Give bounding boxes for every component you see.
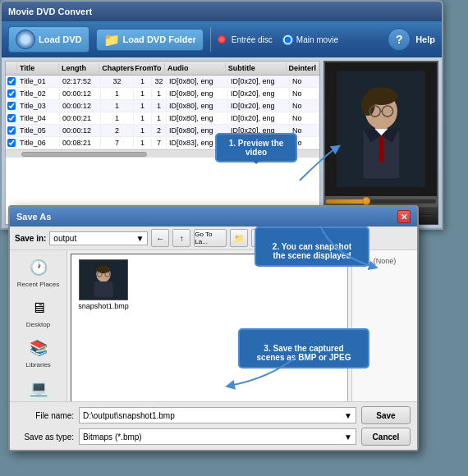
saveas-label: Save as type: — [16, 433, 74, 442]
video-screen — [323, 61, 438, 198]
filename-input[interactable]: D:\output\snapshot1.bmp ▼ — [79, 407, 356, 423]
sidebar-item-libraries[interactable]: 📚 Libraries — [14, 334, 63, 371]
dialog-title: Save As — [16, 212, 51, 222]
video-content — [337, 69, 426, 190]
th-title: Title — [17, 63, 59, 73]
dialog-bottom: File name: D:\output\snapshot1.bmp ▼ Sav… — [10, 401, 417, 450]
desktop-icon: 🖥 — [27, 296, 50, 319]
th-length: Length — [59, 63, 99, 73]
main-movie-radio[interactable] — [282, 34, 293, 45]
help-label: Help — [415, 34, 435, 44]
row-chapters: 1 — [101, 89, 134, 98]
svg-rect-16 — [94, 281, 112, 297]
row-chapters: 1 — [101, 101, 134, 111]
filename-row: File name: D:\output\snapshot1.bmp ▼ Sav… — [16, 406, 411, 424]
dropdown-arrow-icon: ▼ — [344, 433, 352, 442]
row-chapters: 2 — [101, 126, 134, 135]
saveas-value: Bitmaps (*.bmp) — [83, 433, 142, 442]
load-dvd-folder-label: Load DVD Folder — [123, 34, 196, 44]
dropdown-arrow-icon: ▼ — [344, 411, 352, 420]
annotation-save: 3. Save the captured scenes as BMP or JP… — [238, 328, 369, 368]
back-button[interactable]: ← — [151, 229, 169, 247]
table-row[interactable]: Title_04 00:00:21 1 1 1 ID[0x80], eng ID… — [6, 112, 319, 125]
save-button[interactable]: Save — [361, 406, 411, 424]
row-length: 00:00:12 — [60, 89, 101, 98]
row-subtitle: ID[0x20], eng — [228, 113, 290, 123]
row-to: 1 — [152, 101, 167, 111]
cancel-button[interactable]: Cancel — [361, 428, 411, 446]
table-row[interactable]: Title_03 00:00:12 1 1 1 ID[0x80], eng ID… — [6, 100, 319, 112]
row-title: Title_04 — [17, 113, 60, 123]
toolbar-radio-group: Entrée disc Main movie — [218, 34, 338, 45]
row-deinter: No — [290, 89, 319, 98]
sidebar-desktop-label: Desktop — [26, 321, 50, 328]
row-check[interactable] — [6, 126, 17, 135]
file-thumbnail — [79, 259, 128, 300]
row-from: 1 — [134, 113, 152, 123]
thumbnail-preview — [80, 259, 127, 300]
row-check[interactable] — [6, 101, 17, 111]
annotation-preview-video: 1. Preview the video — [215, 133, 297, 162]
row-chapters: 32 — [101, 76, 134, 86]
sidebar-libraries-label: Libraries — [25, 361, 51, 368]
app-title: Movie DVD Convert — [8, 7, 92, 16]
recent-places-icon: 🕐 — [27, 256, 50, 279]
load-dvd-folder-button[interactable]: 📁 Load DVD Folder — [96, 29, 204, 51]
folder-icon: 📁 — [103, 32, 120, 48]
up-button[interactable]: ↑ — [172, 229, 190, 247]
row-check[interactable] — [6, 76, 17, 86]
dvd-icon — [16, 30, 35, 49]
row-length: 02:17:52 — [60, 76, 101, 86]
go-to-last-button[interactable]: Go To La... — [194, 229, 227, 247]
load-dvd-button[interactable]: Load DVD — [8, 26, 89, 53]
th-to: To — [150, 63, 165, 73]
sidebar-item-desktop[interactable]: 🖥 Desktop — [14, 294, 63, 331]
row-subtitle: ID[0x20], eng — [228, 89, 290, 98]
saveas-type-select[interactable]: Bitmaps (*.bmp) ▼ — [79, 428, 356, 445]
row-chapters: 1 — [101, 113, 134, 123]
row-to: 1 — [152, 113, 167, 123]
table-row[interactable]: Title_02 00:00:12 1 1 1 ID[0x80], eng ID… — [6, 88, 319, 100]
save-in-dropdown[interactable]: output ▼ — [49, 231, 148, 245]
filename-label: File name: — [16, 411, 74, 420]
row-length: 00:00:12 — [60, 101, 101, 111]
row-title: Title_05 — [17, 126, 60, 135]
main-movie-label: Main movie — [296, 35, 338, 44]
video-progress-bar[interactable] — [326, 199, 436, 204]
row-from: 1 — [134, 76, 152, 86]
save-in-label: Save in: — [15, 234, 46, 243]
row-to: 32 — [152, 76, 167, 86]
row-length: 00:00:12 — [60, 126, 101, 135]
dropdown-arrow-icon: ▼ — [135, 234, 144, 243]
dialog-close-button[interactable]: ✕ — [397, 210, 411, 223]
th-subtitle: Subtitle — [226, 63, 287, 73]
table-row[interactable]: Title_01 02:17:52 32 1 32 ID[0x80], eng … — [6, 76, 319, 88]
new-folder-button[interactable]: 📁 — [230, 229, 248, 247]
row-from: 1 — [134, 138, 152, 148]
file-item-snapshot[interactable]: snapshot1.bmp — [75, 258, 132, 312]
sidebar-item-recent-places[interactable]: 🕐 Recent Places — [14, 254, 63, 291]
scroll-thumb[interactable] — [21, 152, 147, 157]
svg-point-6 — [360, 94, 374, 116]
row-deinter: No — [290, 113, 319, 123]
row-check[interactable] — [6, 89, 17, 98]
row-check[interactable] — [6, 138, 17, 148]
row-audio: ID[0x80], eng — [167, 113, 228, 123]
video-panel: ▶ ⏸ ⏹ 📷 — [323, 61, 438, 225]
table-header: Title Length Chapters From To Audio Subt… — [6, 62, 319, 76]
app-toolbar: Load DVD 📁 Load DVD Folder Entrée disc M… — [2, 21, 442, 57]
entry-disc-label: Entrée disc — [232, 35, 273, 44]
help-button[interactable]: ? — [388, 28, 411, 51]
saveas-row: Save as type: Bitmaps (*.bmp) ▼ Cancel — [16, 428, 411, 446]
progress-handle[interactable] — [362, 197, 370, 205]
row-subtitle: ID[0x20], eng — [228, 76, 290, 86]
row-deinter: No — [290, 101, 319, 111]
row-from: 1 — [134, 126, 152, 135]
row-check[interactable] — [6, 113, 17, 123]
th-audio: Audio — [165, 63, 226, 73]
preview-none-text: (None) — [374, 257, 397, 265]
row-to: 1 — [152, 89, 167, 98]
app-title-bar: Movie DVD Convert — [2, 2, 442, 21]
row-deinter: No — [290, 76, 319, 86]
file-name: snapshot1.bmp — [78, 302, 129, 310]
